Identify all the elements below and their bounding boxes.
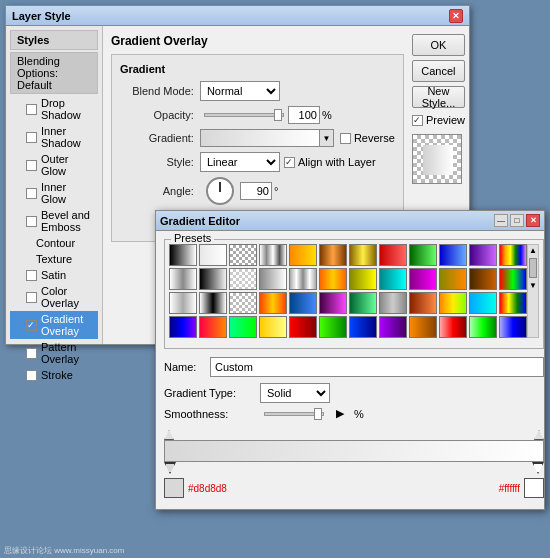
gradient-dropdown-arrow[interactable]: ▼ [320,129,334,147]
ge-close-button[interactable]: ✕ [526,214,540,227]
preset-swatch[interactable] [349,268,377,290]
preset-swatch[interactable] [289,268,317,290]
preset-swatch[interactable] [379,244,407,266]
new-style-button[interactable]: New Style... [412,86,465,108]
preset-swatch[interactable] [169,244,197,266]
gradient-overlay-checkbox[interactable] [26,320,37,331]
preset-swatch[interactable] [379,316,407,338]
preview-checkbox[interactable] [412,115,423,126]
preset-swatch[interactable] [349,316,377,338]
preset-swatch[interactable] [439,268,467,290]
angle-input[interactable] [240,182,272,200]
preset-swatch[interactable] [319,292,347,314]
preset-swatch[interactable] [199,316,227,338]
sidebar-color-overlay[interactable]: Color Overlay [10,283,98,311]
preset-swatch[interactable] [259,244,287,266]
preset-swatch[interactable] [469,268,497,290]
preset-swatch[interactable] [199,292,227,314]
inner-glow-checkbox[interactable] [26,188,37,199]
preset-swatch[interactable] [439,244,467,266]
drop-shadow-checkbox[interactable] [26,104,37,115]
sidebar-satin[interactable]: Satin [10,267,98,283]
sidebar-bevel[interactable]: Bevel and Emboss [10,207,98,235]
sidebar-inner-glow[interactable]: Inner Glow [10,179,98,207]
sidebar-stroke[interactable]: Stroke [10,367,98,383]
preset-swatch[interactable] [169,268,197,290]
preset-swatch[interactable] [469,316,497,338]
sidebar-gradient-overlay[interactable]: Gradient Overlay [10,311,98,339]
preset-swatch[interactable] [319,268,347,290]
preset-swatch[interactable] [499,316,527,338]
bevel-checkbox[interactable] [26,216,37,227]
preset-swatch[interactable] [289,244,317,266]
preset-swatch[interactable] [439,292,467,314]
preset-swatch[interactable] [379,268,407,290]
preset-swatch[interactable] [169,316,197,338]
stroke-checkbox[interactable] [26,370,37,381]
sidebar-inner-shadow[interactable]: Inner Shadow [10,123,98,151]
preset-swatch[interactable] [499,292,527,314]
satin-checkbox[interactable] [26,270,37,281]
left-color-swatch[interactable] [164,478,184,498]
close-icon[interactable]: ✕ [449,9,463,23]
ge-minimize-button[interactable]: — [494,214,508,227]
preset-swatch[interactable] [409,268,437,290]
preset-swatch[interactable] [409,316,437,338]
preset-swatch[interactable] [289,292,317,314]
preset-swatch[interactable] [349,292,377,314]
outer-glow-checkbox[interactable] [26,160,37,171]
sidebar-texture[interactable]: Texture [10,251,98,267]
color-overlay-checkbox[interactable] [26,292,37,303]
preset-swatch[interactable] [229,244,257,266]
align-layer-checkbox[interactable] [284,157,295,168]
style-select[interactable]: Linear [200,152,280,172]
preset-swatch[interactable] [469,292,497,314]
preset-swatch[interactable] [499,268,527,290]
preset-swatch[interactable] [379,292,407,314]
opacity-slider[interactable] [204,113,284,117]
cancel-button[interactable]: Cancel [412,60,465,82]
preset-swatch[interactable] [259,268,287,290]
opacity-stop-left[interactable] [164,430,174,440]
sidebar-pattern-overlay[interactable]: Pattern Overlay [10,339,98,367]
ge-name-input[interactable] [210,357,544,377]
ok-button[interactable]: OK [412,34,465,56]
preset-swatch[interactable] [229,316,257,338]
opacity-input[interactable] [288,106,320,124]
preset-swatch[interactable] [259,292,287,314]
preset-swatch[interactable] [319,316,347,338]
gradient-preview[interactable] [200,129,320,147]
opacity-stop-right[interactable] [534,430,544,440]
ge-restore-button[interactable]: □ [510,214,524,227]
sidebar-contour[interactable]: Contour [10,235,98,251]
ge-smooth-arrow[interactable]: ▶ [336,407,344,420]
scroll-down-arrow[interactable]: ▼ [528,280,538,291]
preset-swatch[interactable] [199,268,227,290]
preset-swatch[interactable] [319,244,347,266]
preset-swatch[interactable] [169,292,197,314]
preset-swatch[interactable] [409,244,437,266]
angle-dial[interactable] [206,177,234,205]
preset-swatch[interactable] [259,316,287,338]
sidebar-blending[interactable]: Blending Options: Default [10,52,98,94]
preset-swatch[interactable] [439,316,467,338]
inner-shadow-checkbox[interactable] [26,132,37,143]
preset-swatch[interactable] [409,292,437,314]
right-color-swatch[interactable] [524,478,544,498]
preset-swatch[interactable] [199,244,227,266]
color-stop-right[interactable] [532,462,544,474]
ge-smooth-slider[interactable] [264,412,324,416]
ge-type-select[interactable]: Solid [260,383,330,403]
preset-swatch[interactable] [229,292,257,314]
sidebar-drop-shadow[interactable]: Drop Shadow [10,95,98,123]
scroll-thumb[interactable] [529,258,537,278]
preset-swatch[interactable] [229,268,257,290]
preset-swatch[interactable] [289,316,317,338]
preset-swatch[interactable] [499,244,527,266]
preset-swatch[interactable] [349,244,377,266]
blend-mode-select[interactable]: Normal [200,81,280,101]
pattern-overlay-checkbox[interactable] [26,348,37,359]
reverse-checkbox[interactable] [340,133,351,144]
sidebar-outer-glow[interactable]: Outer Glow [10,151,98,179]
color-stop-left[interactable] [164,462,176,474]
